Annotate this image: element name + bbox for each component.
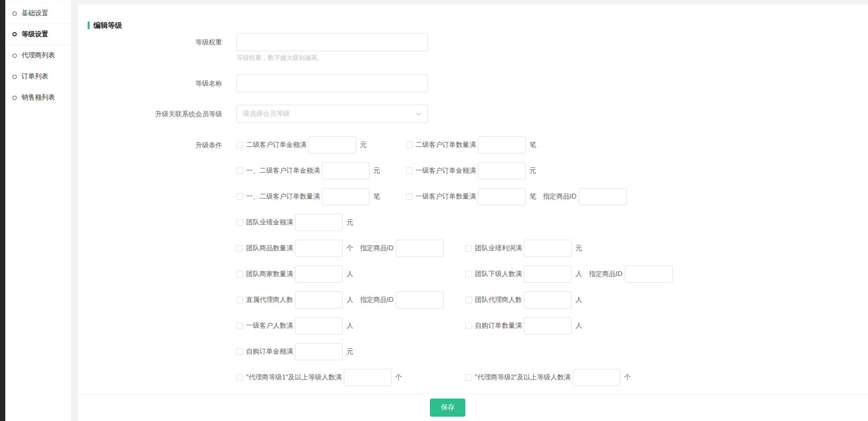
level-name-input[interactable] [237,74,428,92]
condition-value-input[interactable] [524,240,572,257]
footer-bar: 保存 [78,394,868,421]
condition-row: "代理商等级1"及以上等级人数满个"代理商等级2"及以上等级人数满个 [237,369,673,386]
condition-label: 一级客户订单金额满 [416,166,476,175]
level-weight-help-text: 等级权重，数字越大级别越高。 [237,54,428,62]
condition-value-input[interactable] [295,317,343,334]
unit-label: 人 [575,296,582,304]
condition-value-input[interactable] [322,162,370,179]
condition-value-input[interactable] [524,317,572,334]
condition-cell: 一、二级客户订单金额满元 [237,162,406,179]
checkbox[interactable] [237,322,243,329]
product-id-input[interactable] [625,266,673,283]
checkbox[interactable] [465,271,472,277]
sidebar-item[interactable]: 销售额列表 [5,87,71,108]
condition-label: 团队商家数量满 [246,270,293,278]
sidebar-item-label: 订单列表 [22,72,48,81]
checkbox[interactable] [237,245,243,252]
unit-label: 元 [373,166,380,175]
condition-row: 直属代理商人数人指定商品ID团队代理商人数人 [237,291,673,309]
sidebar-item-label: 销售额列表 [22,93,55,102]
checkbox[interactable] [465,297,472,303]
main-area: 编辑等级 等级权重 等级权重，数字越大级别越高。 等级名称 升 [72,0,868,421]
circle-icon [12,54,17,58]
unit-label: 个 [624,373,631,382]
checkbox[interactable] [465,374,472,381]
condition-value-input[interactable] [295,343,343,360]
product-id-input[interactable] [579,188,627,205]
condition-label: 团队商品数量满 [246,244,293,253]
condition-value-input[interactable] [295,214,343,231]
unit-label: 元 [347,218,353,227]
condition-label: 二级客户订单金额满 [246,141,306,149]
sidebar-item[interactable]: 等级设置 [5,24,71,45]
condition-value-input[interactable] [308,136,356,154]
unit-label: 人 [575,321,582,330]
condition-row: 一、二级客户订单金额满元一级客户订单金额满元 [237,162,673,179]
condition-value-input[interactable] [478,162,526,179]
checkbox[interactable] [237,297,243,303]
condition-cell: 一级客户订单数量满笔指定商品ID [406,188,627,205]
product-id-label: 指定商品ID [360,296,394,304]
condition-value-input[interactable] [573,369,620,386]
condition-value-input[interactable] [524,266,572,283]
checkbox[interactable] [406,193,413,200]
condition-value-input[interactable] [295,266,343,283]
checkbox[interactable] [465,245,472,252]
condition-value-input[interactable] [295,291,343,309]
condition-row: 团队业绩金额满元 [237,214,673,231]
unit-label: 元 [347,347,353,356]
level-weight-input[interactable] [237,33,428,51]
sidebar-item[interactable]: 基础设置 [5,3,71,24]
level-weight-label: 等级权重 [78,33,237,51]
product-id-label: 指定商品ID [543,192,576,201]
condition-value-input[interactable] [295,240,343,257]
condition-value-input[interactable] [322,188,370,205]
condition-value-input[interactable] [344,369,392,386]
unit-label: 笔 [530,141,536,149]
condition-row: 一级客户人数满人自购订单数量满人 [237,317,673,334]
chevron-down-icon [416,111,422,117]
condition-value-input[interactable] [478,136,526,154]
condition-cell: 自购订单金额满元 [237,343,465,360]
checkbox[interactable] [237,219,243,226]
condition-label: 自购订单金额满 [246,347,293,356]
condition-label: 一、二级客户订单金额满 [246,166,320,175]
checkbox[interactable] [237,348,243,355]
condition-label: 自购订单数量满 [475,321,522,330]
condition-cell: 二级客户订单金额满元 [237,136,406,154]
sidebar-item[interactable]: 代理商列表 [5,45,71,66]
form-row-member-level: 升级关联系统会员等级 请选择会员等级 [78,105,868,123]
checkbox[interactable] [237,271,243,277]
checkbox[interactable] [406,142,413,148]
condition-value-input[interactable] [478,188,526,205]
condition-row: 自购订单金额满元 [237,343,673,360]
condition-label: 团队业绩利润满 [475,244,522,253]
circle-icon [12,96,17,100]
checkbox[interactable] [237,193,243,200]
sidebar-item[interactable]: 订单列表 [5,66,71,87]
product-id-label: 指定商品ID [589,270,622,278]
unit-label: 人 [347,296,353,304]
conditions-label: 升级条件 [78,136,237,154]
condition-cell: 自购订单数量满人 [465,317,582,334]
checkbox[interactable] [465,322,472,329]
condition-value-input[interactable] [524,291,572,309]
section-accent-bar [88,22,90,29]
checkbox[interactable] [237,142,243,148]
sidebar-item-label: 代理商列表 [22,51,55,60]
sidebar-item-label: 基础设置 [22,9,48,18]
member-level-select[interactable]: 请选择会员等级 [237,105,428,123]
condition-label: 二级客户订单数量满 [416,141,476,149]
condition-label: 团队业绩金额满 [246,218,293,227]
product-id-input[interactable] [396,240,444,257]
checkbox[interactable] [237,167,243,174]
content-card: 编辑等级 等级权重 等级权重，数字越大级别越高。 等级名称 升 [78,4,868,421]
checkbox[interactable] [237,374,243,381]
save-button[interactable]: 保存 [430,399,465,417]
level-name-label: 等级名称 [78,74,237,92]
product-id-input[interactable] [396,291,444,309]
condition-cell: 直属代理商人数人指定商品ID [237,291,465,309]
unit-label: 个 [347,244,353,253]
condition-cell: 二级客户订单数量满笔 [406,136,536,154]
checkbox[interactable] [406,167,413,174]
